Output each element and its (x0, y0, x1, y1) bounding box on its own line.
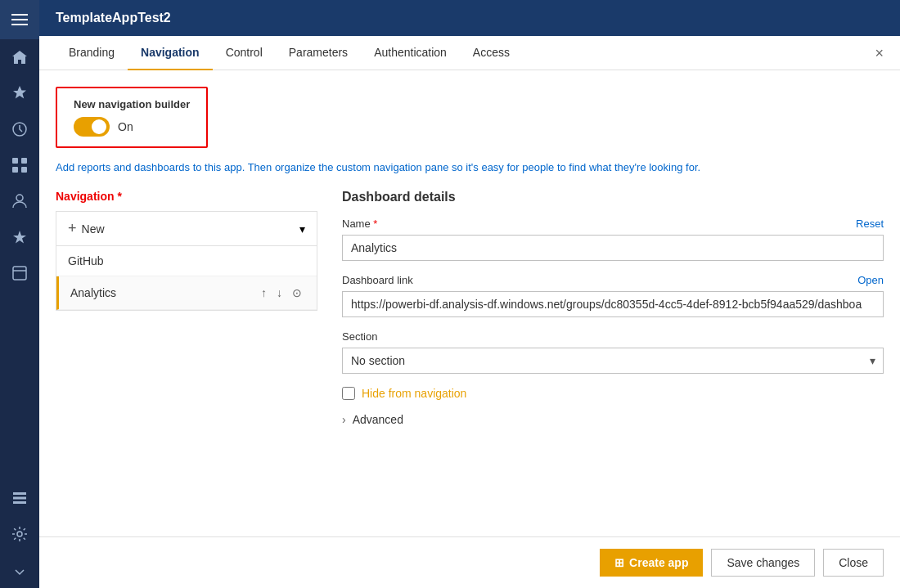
details-title: Dashboard details (342, 190, 884, 204)
tab-bar: Branding Navigation Control Parameters A… (39, 36, 900, 70)
sidebar-item-home[interactable] (0, 39, 39, 75)
sidebar (0, 0, 39, 588)
close-button[interactable]: Close (823, 549, 884, 577)
close-icon[interactable]: × (875, 46, 884, 61)
open-link[interactable]: Open (857, 274, 884, 286)
sidebar-item-favorites[interactable] (0, 75, 39, 111)
svg-rect-0 (11, 14, 28, 16)
section-field-group: Section No section (342, 330, 884, 374)
hamburger-menu[interactable] (0, 0, 39, 39)
nav-item-actions: ↑ ↓ ⊙ (258, 285, 305, 301)
body-content: New navigation builder On Add reports an… (39, 70, 900, 536)
hide-nav-row: Hide from navigation (342, 387, 884, 400)
svg-rect-7 (21, 167, 27, 173)
name-label: Name * Reset (342, 218, 884, 230)
toggle-label: New navigation builder (74, 98, 190, 110)
dashboard-link-field-group: Dashboard link Open (342, 274, 884, 317)
svg-rect-9 (13, 267, 26, 280)
tab-navigation[interactable]: Navigation (128, 36, 213, 70)
toggle-slider (74, 117, 110, 137)
tab-access[interactable]: Access (460, 36, 523, 70)
nav-builder-toggle[interactable] (74, 117, 110, 137)
topbar: TemplateAppTest2 (39, 0, 900, 36)
chevron-right-icon: › (342, 413, 346, 426)
sidebar-item-apps[interactable] (0, 147, 39, 183)
app-title: TemplateAppTest2 (56, 11, 171, 25)
nav-list-box: + New ▾ GitHub Analytics ↑ ↓ (56, 211, 317, 311)
save-changes-button[interactable]: Save changes (711, 549, 815, 577)
svg-rect-10 (13, 492, 26, 495)
plus-icon: + (68, 220, 77, 237)
move-down-button[interactable]: ↓ (273, 285, 286, 301)
svg-rect-12 (13, 501, 26, 504)
section-select[interactable]: No section (342, 348, 884, 374)
create-app-button[interactable]: ⊞ Create app (600, 549, 703, 577)
more-options-button[interactable]: ⊙ (289, 285, 305, 301)
toggle-row: On (74, 117, 190, 137)
reset-link[interactable]: Reset (856, 218, 884, 230)
tab-parameters[interactable]: Parameters (276, 36, 361, 70)
main-area: TemplateAppTest2 Branding Navigation Con… (39, 0, 900, 588)
nav-item-github-label: GitHub (68, 254, 104, 267)
sidebar-item-recent[interactable] (0, 111, 39, 147)
svg-rect-1 (11, 19, 28, 20)
hide-nav-checkbox[interactable] (342, 387, 355, 400)
hide-nav-label[interactable]: Hide from navigation (362, 387, 466, 400)
svg-rect-6 (12, 167, 18, 173)
navigation-panel: Navigation * + New ▾ GitHub (56, 190, 317, 426)
tab-authentication[interactable]: Authentication (361, 36, 460, 70)
create-app-icon: ⊞ (614, 556, 624, 569)
nav-item-analytics[interactable]: Analytics ↑ ↓ ⊙ (56, 276, 317, 310)
dashboard-link-input[interactable] (342, 291, 884, 317)
svg-point-8 (16, 195, 23, 201)
sidebar-item-settings[interactable] (0, 516, 39, 552)
sidebar-item-dataset[interactable] (0, 480, 39, 516)
move-up-button[interactable]: ↑ (258, 285, 270, 301)
new-button-label: New (82, 222, 105, 236)
nav-item-analytics-label: Analytics (70, 286, 116, 299)
nav-item-github[interactable]: GitHub (56, 246, 317, 276)
sidebar-item-expand[interactable] (0, 552, 39, 588)
name-field-group: Name * Reset (342, 218, 884, 261)
new-nav-item-button[interactable]: + New ▾ (56, 212, 317, 246)
sidebar-item-explore[interactable] (0, 219, 39, 255)
toggle-state-text: On (118, 120, 133, 133)
footer: ⊞ Create app Save changes Close (39, 536, 900, 588)
info-text: Add reports and dashboards to this app. … (56, 161, 884, 173)
advanced-label: Advanced (353, 413, 403, 426)
new-nav-builder-box: New navigation builder On (56, 87, 208, 148)
tab-control[interactable]: Control (213, 36, 276, 70)
section-select-wrapper: No section (342, 348, 884, 374)
chevron-down-icon: ▾ (299, 222, 305, 236)
section-label: Section (342, 330, 884, 343)
details-panel: Dashboard details Name * Reset Dashboard… (342, 190, 884, 426)
nav-panel-title: Navigation * (56, 190, 317, 203)
tab-branding[interactable]: Branding (56, 36, 128, 70)
sidebar-item-shared[interactable] (0, 183, 39, 219)
two-col-layout: Navigation * + New ▾ GitHub (56, 190, 884, 426)
sidebar-item-workspaces[interactable] (0, 255, 39, 291)
svg-rect-11 (13, 497, 26, 500)
content-area: Branding Navigation Control Parameters A… (39, 36, 900, 588)
name-input[interactable] (342, 235, 884, 261)
svg-rect-4 (12, 158, 18, 164)
dashboard-link-label: Dashboard link Open (342, 274, 884, 286)
advanced-row[interactable]: › Advanced (342, 413, 884, 426)
svg-point-13 (17, 532, 22, 536)
svg-rect-2 (11, 24, 28, 25)
nav-required-star: * (115, 190, 122, 203)
svg-rect-5 (21, 158, 27, 164)
